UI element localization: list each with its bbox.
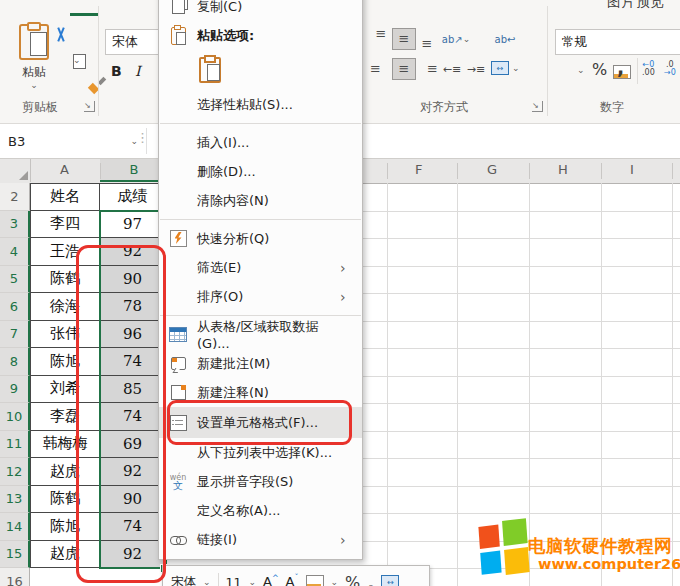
menu-item-copy[interactable]: 复制(C) [159,0,362,21]
cell-a5[interactable]: 陈鹤 [30,266,100,294]
cell-a7[interactable]: 张伟 [30,321,100,349]
cell-b5[interactable]: 90 [100,266,166,294]
align-middle-button[interactable]: ≡ [392,28,416,50]
mini-accounting-icon[interactable] [306,575,324,586]
cell-a9[interactable]: 刘希 [30,376,100,404]
column-header-a[interactable]: A [60,162,69,177]
cell-b6[interactable]: 78 [100,293,166,321]
cell-a15[interactable]: 赵虎 [30,541,100,569]
cell-b11[interactable]: 69 [100,431,166,459]
row-header-7[interactable]: 7 [0,321,30,349]
mini-comma-button[interactable]: , [367,575,374,586]
bold-button[interactable]: B [111,63,122,79]
cell-b13[interactable]: 90 [100,486,166,514]
orientation-button[interactable]: ab↗⌄ [440,28,472,50]
mini-font-size[interactable]: 11 [226,575,242,586]
column-header-i[interactable]: I [630,162,634,177]
cell-a10[interactable]: 李磊 [30,403,100,431]
row-header-3[interactable]: 3 [0,211,30,239]
cell-b15[interactable]: 92 [100,541,166,569]
menu-item-paste-special[interactable]: 选择性粘贴(S)... [159,90,362,119]
cell-a3[interactable]: 李四 [30,211,100,239]
row-header-4[interactable]: 4 [0,238,30,266]
cell-b4[interactable]: 92 [100,238,166,266]
cell-a8[interactable]: 陈旭 [30,348,100,376]
name-box[interactable]: B3 ⌄ [0,128,147,154]
row-header-12[interactable]: 12 [0,458,30,486]
grow-font-button[interactable]: A^ [263,574,279,586]
decrease-decimal-button[interactable]: .0 →0 [664,61,676,77]
paste-dropdown-caret[interactable]: ⌄ [14,81,54,90]
row-header-5[interactable]: 5 [0,266,30,294]
decrease-indent-button[interactable]: ←≡ [440,58,464,80]
column-header-f[interactable]: F [415,162,422,177]
menu-item-sort[interactable]: 排序(O)› [159,282,362,311]
number-format-combo[interactable]: 常规 ⌄ [555,29,680,55]
align-bottom-button[interactable]: ≡ [415,28,439,50]
increase-decimal-button[interactable]: ←0 .00 [642,61,655,77]
menu-item-delete[interactable]: 删除(D)... [159,157,362,186]
shrink-font-button[interactable]: Aˇ [286,574,299,586]
row-header-10[interactable]: 10 [0,403,30,431]
row-header-6[interactable]: 6 [0,293,30,321]
copy-dropdown-caret[interactable]: ⌄ [73,56,81,65]
cell-b14[interactable]: 74 [100,513,166,541]
align-top-button[interactable]: ≡ [369,28,393,50]
row-header-16[interactable]: 16 [0,568,30,586]
row-header-13[interactable]: 13 [0,486,30,514]
cell-a2[interactable]: 姓名 [30,183,100,211]
cell-b7[interactable]: 96 [100,321,166,349]
cell-b10[interactable]: 74 [100,403,166,431]
alignment-dialog-launcher-icon[interactable]: ↘ [532,101,543,112]
paste-button[interactable]: 粘贴 ⌄ [14,24,54,90]
menu-item-quick-analysis[interactable]: 快速分析(Q) [159,224,362,253]
cell-b12[interactable]: 92 [100,458,166,486]
row-header-9[interactable]: 9 [0,376,30,404]
accounting-dropdown-caret[interactable]: ⌄ [577,66,585,75]
menu-item-pick-from-list[interactable]: 从下拉列表中选择(K)... [159,438,362,467]
mini-font-name[interactable]: 宋体 [171,574,196,586]
menu-item-link[interactable]: 链接(I)› [159,525,362,554]
menu-item-clear-contents[interactable]: 清除内容(N) [159,186,362,215]
menu-item-filter[interactable]: 筛选(E)› [159,253,362,282]
comma-style-button[interactable]: , [617,60,624,74]
cut-icon[interactable] [54,27,68,43]
row-header-15[interactable]: 15 [0,541,30,569]
menu-item-new-note[interactable]: 新建注释(N) [159,378,362,407]
column-header-h[interactable]: H [558,162,568,177]
menu-item-new-comment[interactable]: 新建批注(M) [159,349,362,378]
align-left-button[interactable]: ≡ [369,58,393,80]
menu-item-insert[interactable]: 插入(I)... [159,128,362,157]
increase-indent-button[interactable]: →≡ [464,58,488,80]
align-center-button[interactable]: ≡ [392,58,416,80]
column-header-g[interactable]: G [487,162,497,177]
align-right-button[interactable]: ≡ [415,58,439,80]
cell-b9[interactable]: 85 [100,376,166,404]
italic-button[interactable]: I [135,63,141,79]
select-all-corner[interactable] [0,159,31,182]
cell-a6[interactable]: 徐海 [30,293,100,321]
cell-a4[interactable]: 王浩 [30,238,100,266]
cell-a12[interactable]: 赵虎 [30,458,100,486]
mini-percent-button[interactable]: % [345,573,360,586]
menu-item-format-cells[interactable]: 设置单元格格式(F)... [159,407,362,438]
menu-item-define-name[interactable]: 定义名称(A)... [159,496,362,525]
percent-style-button[interactable]: % [592,60,607,79]
row-header-14[interactable]: 14 [0,513,30,541]
wrap-text-button[interactable]: ab↩ [491,28,519,50]
clipboard-dialog-launcher-icon[interactable]: ↘ [84,101,95,112]
cell-a13[interactable]: 陈鹤 [30,486,100,514]
cell-a11[interactable]: 韩梅梅 [30,431,100,459]
menu-item-paste-options[interactable]: 粘贴选项: [159,21,362,50]
format-painter-icon[interactable] [89,77,104,92]
row-header-8[interactable]: 8 [0,348,30,376]
cell-b2[interactable]: 成绩 [100,183,166,211]
row-header-11[interactable]: 11 [0,431,30,459]
cell-b8[interactable]: 74 [100,348,166,376]
cell-a14[interactable]: 陈旭 [30,513,100,541]
merge-center-button[interactable]: ↔ ⌄ [491,61,520,75]
row-header-2[interactable]: 2 [0,183,30,211]
paste-option-icon[interactable] [199,57,221,83]
menu-item-phonetic[interactable]: wén文显示拼音字段(S) [159,467,362,496]
mini-merge-icon[interactable]: ↔ [381,575,399,586]
